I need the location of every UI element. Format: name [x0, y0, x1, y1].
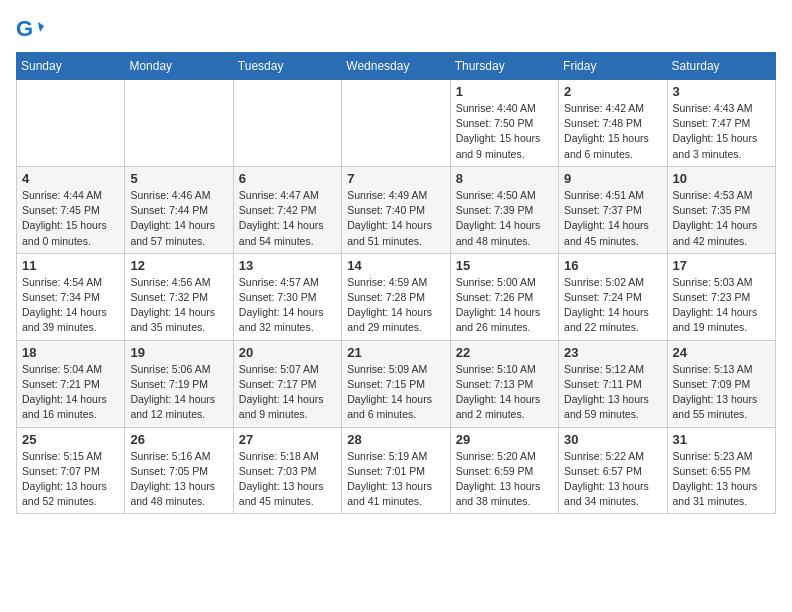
calendar-cell: 15Sunrise: 5:00 AMSunset: 7:26 PMDayligh…: [450, 253, 558, 340]
calendar-cell: 20Sunrise: 5:07 AMSunset: 7:17 PMDayligh…: [233, 340, 341, 427]
calendar-cell: 3Sunrise: 4:43 AMSunset: 7:47 PMDaylight…: [667, 80, 775, 167]
weekday-header-friday: Friday: [559, 53, 667, 80]
day-detail: Sunrise: 5:23 AMSunset: 6:55 PMDaylight:…: [673, 449, 770, 510]
calendar-week-row: 25Sunrise: 5:15 AMSunset: 7:07 PMDayligh…: [17, 427, 776, 514]
weekday-header-monday: Monday: [125, 53, 233, 80]
day-detail: Sunrise: 5:16 AMSunset: 7:05 PMDaylight:…: [130, 449, 227, 510]
day-number: 25: [22, 432, 119, 447]
calendar-cell: 29Sunrise: 5:20 AMSunset: 6:59 PMDayligh…: [450, 427, 558, 514]
day-detail: Sunrise: 5:03 AMSunset: 7:23 PMDaylight:…: [673, 275, 770, 336]
calendar-cell: 18Sunrise: 5:04 AMSunset: 7:21 PMDayligh…: [17, 340, 125, 427]
logo-icon: G: [16, 16, 44, 44]
svg-text:G: G: [16, 16, 33, 41]
calendar-cell: 12Sunrise: 4:56 AMSunset: 7:32 PMDayligh…: [125, 253, 233, 340]
day-number: 7: [347, 171, 444, 186]
day-detail: Sunrise: 5:02 AMSunset: 7:24 PMDaylight:…: [564, 275, 661, 336]
day-detail: Sunrise: 5:07 AMSunset: 7:17 PMDaylight:…: [239, 362, 336, 423]
calendar-table: SundayMondayTuesdayWednesdayThursdayFrid…: [16, 52, 776, 514]
calendar-cell: 8Sunrise: 4:50 AMSunset: 7:39 PMDaylight…: [450, 166, 558, 253]
day-number: 20: [239, 345, 336, 360]
day-detail: Sunrise: 4:40 AMSunset: 7:50 PMDaylight:…: [456, 101, 553, 162]
day-number: 15: [456, 258, 553, 273]
day-number: 2: [564, 84, 661, 99]
weekday-header-sunday: Sunday: [17, 53, 125, 80]
day-number: 22: [456, 345, 553, 360]
calendar-cell: [17, 80, 125, 167]
day-detail: Sunrise: 4:47 AMSunset: 7:42 PMDaylight:…: [239, 188, 336, 249]
day-number: 6: [239, 171, 336, 186]
day-number: 24: [673, 345, 770, 360]
calendar-cell: 23Sunrise: 5:12 AMSunset: 7:11 PMDayligh…: [559, 340, 667, 427]
calendar-cell: 5Sunrise: 4:46 AMSunset: 7:44 PMDaylight…: [125, 166, 233, 253]
calendar-cell: 7Sunrise: 4:49 AMSunset: 7:40 PMDaylight…: [342, 166, 450, 253]
day-number: 29: [456, 432, 553, 447]
calendar-cell: 1Sunrise: 4:40 AMSunset: 7:50 PMDaylight…: [450, 80, 558, 167]
day-detail: Sunrise: 5:12 AMSunset: 7:11 PMDaylight:…: [564, 362, 661, 423]
weekday-header-tuesday: Tuesday: [233, 53, 341, 80]
day-detail: Sunrise: 4:49 AMSunset: 7:40 PMDaylight:…: [347, 188, 444, 249]
day-number: 18: [22, 345, 119, 360]
day-detail: Sunrise: 5:19 AMSunset: 7:01 PMDaylight:…: [347, 449, 444, 510]
calendar-cell: 16Sunrise: 5:02 AMSunset: 7:24 PMDayligh…: [559, 253, 667, 340]
calendar-cell: 31Sunrise: 5:23 AMSunset: 6:55 PMDayligh…: [667, 427, 775, 514]
calendar-cell: 17Sunrise: 5:03 AMSunset: 7:23 PMDayligh…: [667, 253, 775, 340]
day-number: 12: [130, 258, 227, 273]
calendar-cell: 25Sunrise: 5:15 AMSunset: 7:07 PMDayligh…: [17, 427, 125, 514]
calendar-cell: 6Sunrise: 4:47 AMSunset: 7:42 PMDaylight…: [233, 166, 341, 253]
calendar-cell: 19Sunrise: 5:06 AMSunset: 7:19 PMDayligh…: [125, 340, 233, 427]
day-number: 21: [347, 345, 444, 360]
day-detail: Sunrise: 5:06 AMSunset: 7:19 PMDaylight:…: [130, 362, 227, 423]
day-detail: Sunrise: 4:42 AMSunset: 7:48 PMDaylight:…: [564, 101, 661, 162]
calendar-cell: 4Sunrise: 4:44 AMSunset: 7:45 PMDaylight…: [17, 166, 125, 253]
day-detail: Sunrise: 5:04 AMSunset: 7:21 PMDaylight:…: [22, 362, 119, 423]
calendar-cell: 27Sunrise: 5:18 AMSunset: 7:03 PMDayligh…: [233, 427, 341, 514]
day-number: 5: [130, 171, 227, 186]
day-detail: Sunrise: 5:09 AMSunset: 7:15 PMDaylight:…: [347, 362, 444, 423]
calendar-cell: [125, 80, 233, 167]
calendar-cell: 13Sunrise: 4:57 AMSunset: 7:30 PMDayligh…: [233, 253, 341, 340]
day-detail: Sunrise: 4:44 AMSunset: 7:45 PMDaylight:…: [22, 188, 119, 249]
day-detail: Sunrise: 4:43 AMSunset: 7:47 PMDaylight:…: [673, 101, 770, 162]
weekday-header-thursday: Thursday: [450, 53, 558, 80]
calendar-cell: 28Sunrise: 5:19 AMSunset: 7:01 PMDayligh…: [342, 427, 450, 514]
day-detail: Sunrise: 4:57 AMSunset: 7:30 PMDaylight:…: [239, 275, 336, 336]
day-detail: Sunrise: 4:46 AMSunset: 7:44 PMDaylight:…: [130, 188, 227, 249]
calendar-week-row: 1Sunrise: 4:40 AMSunset: 7:50 PMDaylight…: [17, 80, 776, 167]
calendar-cell: 26Sunrise: 5:16 AMSunset: 7:05 PMDayligh…: [125, 427, 233, 514]
day-number: 14: [347, 258, 444, 273]
calendar-header-row: SundayMondayTuesdayWednesdayThursdayFrid…: [17, 53, 776, 80]
day-number: 3: [673, 84, 770, 99]
day-detail: Sunrise: 5:15 AMSunset: 7:07 PMDaylight:…: [22, 449, 119, 510]
day-number: 26: [130, 432, 227, 447]
day-detail: Sunrise: 4:51 AMSunset: 7:37 PMDaylight:…: [564, 188, 661, 249]
day-number: 13: [239, 258, 336, 273]
day-number: 19: [130, 345, 227, 360]
day-number: 17: [673, 258, 770, 273]
day-number: 9: [564, 171, 661, 186]
calendar-week-row: 11Sunrise: 4:54 AMSunset: 7:34 PMDayligh…: [17, 253, 776, 340]
day-number: 4: [22, 171, 119, 186]
calendar-cell: [233, 80, 341, 167]
calendar-cell: 10Sunrise: 4:53 AMSunset: 7:35 PMDayligh…: [667, 166, 775, 253]
weekday-header-saturday: Saturday: [667, 53, 775, 80]
weekday-header-wednesday: Wednesday: [342, 53, 450, 80]
day-detail: Sunrise: 4:54 AMSunset: 7:34 PMDaylight:…: [22, 275, 119, 336]
day-number: 28: [347, 432, 444, 447]
day-detail: Sunrise: 5:20 AMSunset: 6:59 PMDaylight:…: [456, 449, 553, 510]
day-number: 30: [564, 432, 661, 447]
day-detail: Sunrise: 5:00 AMSunset: 7:26 PMDaylight:…: [456, 275, 553, 336]
day-number: 11: [22, 258, 119, 273]
day-number: 31: [673, 432, 770, 447]
day-number: 8: [456, 171, 553, 186]
calendar-cell: 22Sunrise: 5:10 AMSunset: 7:13 PMDayligh…: [450, 340, 558, 427]
calendar-week-row: 4Sunrise: 4:44 AMSunset: 7:45 PMDaylight…: [17, 166, 776, 253]
day-detail: Sunrise: 5:13 AMSunset: 7:09 PMDaylight:…: [673, 362, 770, 423]
day-number: 23: [564, 345, 661, 360]
day-detail: Sunrise: 4:56 AMSunset: 7:32 PMDaylight:…: [130, 275, 227, 336]
calendar-cell: 9Sunrise: 4:51 AMSunset: 7:37 PMDaylight…: [559, 166, 667, 253]
calendar-week-row: 18Sunrise: 5:04 AMSunset: 7:21 PMDayligh…: [17, 340, 776, 427]
day-number: 16: [564, 258, 661, 273]
day-number: 1: [456, 84, 553, 99]
day-number: 10: [673, 171, 770, 186]
logo: G: [16, 16, 48, 44]
